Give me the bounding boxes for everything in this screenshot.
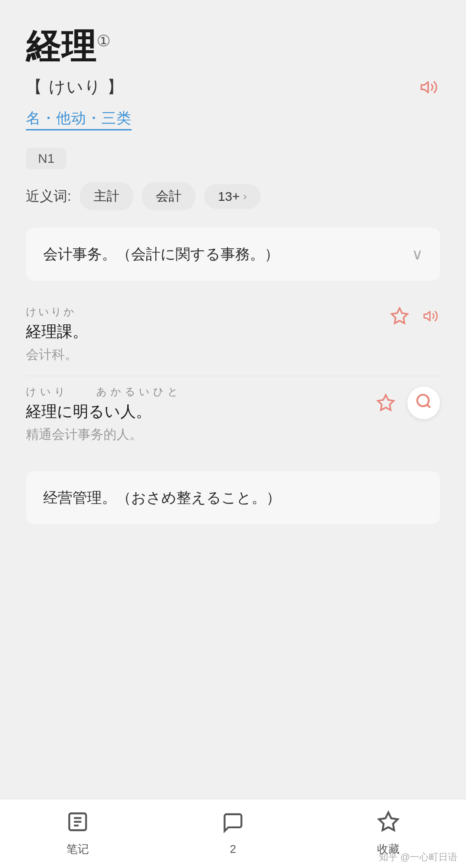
- example-actions-2: [376, 386, 440, 419]
- spacer: [26, 540, 440, 799]
- reading-row: 【 けいり 】: [26, 76, 440, 98]
- example-section-1: けいりか 経理課。 会计科。 けいり あかるいひと 経理に明るい人。 精通会计事…: [26, 296, 440, 456]
- svg-point-4: [417, 395, 429, 406]
- word-title: 経理①: [26, 26, 440, 67]
- pos-tag: 名・他动・三类: [26, 108, 132, 130]
- definition-card-1[interactable]: 会计事务。（会計に関する事務。） ∨: [26, 228, 440, 281]
- notes-icon: [66, 811, 89, 838]
- word-reading: 【 けいり 】: [26, 76, 124, 98]
- nav-favorites[interactable]: 收藏: [345, 811, 431, 857]
- synonyms-label: 近义词:: [26, 187, 71, 206]
- favorites-icon: [377, 811, 400, 838]
- speaker-icon[interactable]: [418, 78, 440, 96]
- comments-count: 2: [230, 843, 236, 856]
- pos-row: 名・他动・三类: [26, 108, 440, 130]
- synonym-chip-2[interactable]: 会計: [142, 182, 195, 210]
- svg-marker-0: [422, 82, 428, 92]
- chevron-right-icon: ›: [243, 190, 247, 203]
- example-chinese-1: 会计科。: [26, 346, 440, 364]
- star-icon-2[interactable]: [376, 393, 395, 412]
- svg-marker-1: [392, 308, 408, 323]
- more-synonyms-button[interactable]: 13+ ›: [204, 184, 261, 209]
- example-chinese-2: 精通会计事务的人。: [26, 426, 440, 444]
- furigana-1: けいりか: [26, 305, 440, 319]
- star-icon-1[interactable]: [390, 307, 409, 326]
- watermark: 知乎 @一心町日语: [379, 851, 457, 864]
- word-kanji: 経理: [26, 27, 97, 66]
- example-item-2: けいり あかるいひと 経理に明るい人。 精通会计事务的人。: [26, 376, 440, 456]
- word-superscript: ①: [97, 32, 111, 50]
- svg-marker-3: [378, 395, 394, 410]
- nav-notes[interactable]: 笔记: [35, 811, 121, 857]
- definition-card-2[interactable]: 经营管理。（おさめ整えること。）: [26, 471, 440, 524]
- chevron-down-icon-1: ∨: [412, 245, 423, 263]
- synonym-chip-1[interactable]: 主計: [80, 182, 133, 210]
- svg-marker-2: [424, 312, 430, 321]
- example-item-1: けいりか 経理課。 会计科。: [26, 296, 440, 376]
- svg-marker-10: [379, 812, 397, 830]
- search-button-2[interactable]: [407, 386, 440, 419]
- definition-text-2: 经营管理。（おさめ整えること。）: [43, 489, 281, 506]
- comments-icon: [222, 811, 244, 839]
- nav-comments[interactable]: 2: [190, 811, 276, 856]
- synonyms-row: 近义词: 主計 会計 13+ ›: [26, 182, 440, 210]
- example-japanese-1: 経理課。: [26, 321, 440, 342]
- svg-line-5: [427, 404, 430, 407]
- example-actions-1: [390, 307, 440, 326]
- notes-label: 笔记: [66, 842, 89, 857]
- speaker-icon-1[interactable]: [421, 308, 440, 324]
- definition-text-1: 会计事务。（会計に関する事務。）: [43, 243, 403, 265]
- search-icon: [415, 393, 432, 414]
- level-badge: N1: [26, 143, 440, 182]
